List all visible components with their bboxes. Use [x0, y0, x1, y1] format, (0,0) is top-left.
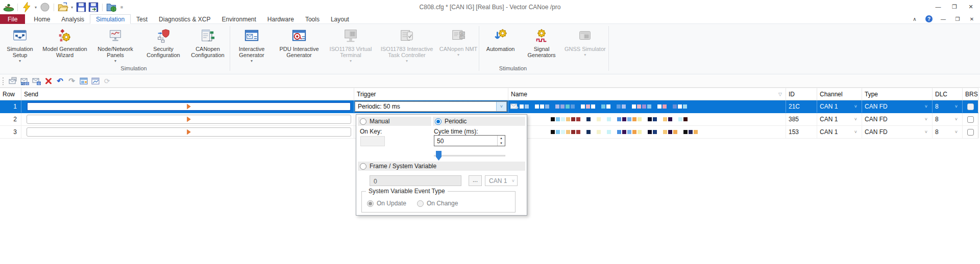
on-change-radio[interactable]: [417, 200, 424, 207]
save-as-icon[interactable]: [88, 2, 99, 12]
popup-channel-select[interactable]: CAN 1 ˅: [485, 175, 518, 186]
slider-track[interactable]: [434, 155, 505, 156]
tab-home[interactable]: Home: [28, 14, 56, 24]
dropdown-caret-icon[interactable]: ▾: [69, 5, 75, 10]
save-configuration-icon[interactable]: [76, 2, 87, 12]
column-header-row[interactable]: Row: [0, 88, 21, 100]
column-header-type[interactable]: Type: [862, 88, 933, 100]
column-header-channel[interactable]: Channel: [817, 88, 862, 100]
sample-configurations-icon[interactable]: [106, 2, 117, 12]
channel-cell[interactable]: CAN 1˅: [817, 100, 862, 113]
collapse-ribbon-icon[interactable]: ∧: [908, 14, 922, 23]
filter-icon[interactable]: ▽: [778, 92, 782, 97]
send-button[interactable]: [27, 115, 351, 124]
tab-analysis[interactable]: Analysis: [56, 14, 90, 24]
redo-icon[interactable]: ↷: [66, 76, 78, 87]
chevron-down-icon[interactable]: ˅: [925, 129, 927, 135]
minimize-button[interactable]: —: [930, 1, 946, 12]
slider-handle[interactable]: [436, 151, 442, 161]
id-cell[interactable]: 153: [786, 126, 817, 138]
tab-diagnostics-xcp[interactable]: Diagnostics & XCP: [153, 14, 216, 24]
pdu-interactive-generator-button[interactable]: PDU Interactive Generator: [273, 25, 326, 65]
manual-option[interactable]: Manual: [358, 117, 431, 126]
tab-file[interactable]: File: [0, 14, 25, 24]
chevron-down-icon[interactable]: ˅: [854, 104, 857, 109]
type-cell[interactable]: CAN FD˅: [862, 100, 933, 113]
tab-hardware[interactable]: Hardware: [262, 14, 300, 24]
type-cell[interactable]: CAN FD˅: [862, 126, 933, 138]
on-key-input[interactable]: [360, 136, 385, 146]
chevron-down-icon[interactable]: ˅: [854, 117, 857, 122]
browse-button[interactable]: ...: [469, 175, 482, 186]
send-button[interactable]: [27, 102, 351, 111]
column-header-id[interactable]: ID: [786, 88, 817, 100]
open-configuration-icon[interactable]: [57, 2, 68, 12]
cycle-time-spinner[interactable]: 50 ▲ ▼: [434, 135, 505, 146]
brs-checkbox[interactable]: [967, 103, 974, 110]
name-cell[interactable]: [508, 100, 786, 113]
insert-frame-icon[interactable]: [7, 76, 19, 87]
id-cell[interactable]: 21C: [786, 100, 817, 113]
frame-sysvar-option[interactable]: Frame / System Variable: [358, 162, 525, 171]
restore-button[interactable]: ❐: [946, 1, 963, 12]
doc-close-button[interactable]: ✕: [965, 14, 979, 23]
manual-radio[interactable]: [360, 118, 366, 125]
brs-checkbox[interactable]: [967, 129, 974, 136]
row-number-cell[interactable]: 3: [0, 126, 21, 138]
close-button[interactable]: ✕: [963, 1, 979, 12]
help-icon[interactable]: ?: [922, 14, 936, 23]
tab-test[interactable]: Test: [131, 14, 153, 24]
undo-icon[interactable]: ↶: [54, 76, 66, 87]
dlc-cell[interactable]: 8˅: [933, 100, 963, 113]
tab-simulation[interactable]: Simulation: [90, 14, 131, 24]
model-generation-wizard-button[interactable]: Model Generation Wizard: [40, 25, 90, 65]
node-network-panels-button[interactable]: Node/Network Panels▾: [90, 25, 141, 65]
column-header-send[interactable]: Send: [21, 88, 354, 100]
id-cell[interactable]: 385: [786, 113, 817, 125]
cycle-time-value[interactable]: 50: [434, 136, 497, 146]
type-cell[interactable]: CAN FD˅: [862, 113, 933, 125]
channel-cell[interactable]: CAN 1˅: [817, 126, 862, 138]
trigger-cell[interactable]: Periodic: 50 ms˅: [354, 100, 508, 113]
cycle-time-slider[interactable]: [434, 151, 505, 161]
name-cell[interactable]: [508, 113, 786, 125]
online-mode-icon[interactable]: [3, 2, 14, 12]
dlc-cell[interactable]: 8˅: [933, 126, 963, 138]
chevron-down-icon[interactable]: ˅: [955, 129, 958, 135]
insert-id-frame-icon[interactable]: ID: [31, 76, 42, 87]
qat-overflow-icon[interactable]: ≡: [118, 5, 125, 10]
canopen-configuration-button[interactable]: CANopen Configuration: [186, 25, 230, 65]
chevron-down-icon[interactable]: ˅: [955, 117, 958, 122]
automation-button[interactable]: Automation: [480, 25, 521, 65]
security-configuration-button[interactable]: Security Configuration: [141, 25, 186, 65]
brs-checkbox[interactable]: [967, 116, 974, 123]
on-change-option[interactable]: On Change: [417, 200, 458, 207]
toolbar-grip[interactable]: [3, 77, 5, 85]
tab-tools[interactable]: Tools: [300, 14, 325, 24]
tab-layout[interactable]: Layout: [325, 14, 355, 24]
doc-minimize-button[interactable]: —: [936, 14, 950, 23]
column-header-name[interactable]: Name▽: [508, 88, 786, 100]
delete-frame-icon[interactable]: [42, 76, 54, 87]
trigger-combobox[interactable]: Periodic: 50 ms˅: [355, 101, 507, 112]
simulation-setup-button[interactable]: Simulation Setup▾: [0, 25, 40, 65]
chevron-down-icon[interactable]: ˅: [854, 129, 857, 135]
signal-generators-button[interactable]: Signal Generators: [521, 25, 561, 65]
send-button[interactable]: [27, 127, 351, 137]
spin-up-icon[interactable]: ▲: [498, 136, 505, 141]
row-number-cell[interactable]: 1: [0, 100, 21, 113]
chevron-down-icon[interactable]: ˅: [925, 117, 927, 122]
on-update-radio[interactable]: [367, 200, 374, 207]
start-measurement-icon[interactable]: [21, 2, 32, 12]
spin-down-icon[interactable]: ▼: [498, 141, 505, 146]
frame-id-input[interactable]: 0: [370, 175, 461, 186]
tab-environment[interactable]: Environment: [216, 14, 261, 24]
chevron-down-icon[interactable]: ˅: [955, 104, 958, 109]
combo-dropdown-icon[interactable]: ˅: [496, 102, 506, 111]
frame-sysvar-radio[interactable]: [360, 163, 366, 170]
column-header-dlc[interactable]: DLC: [933, 88, 963, 100]
insert-canfd-frame-icon[interactable]: FDID: [19, 76, 31, 87]
name-cell[interactable]: [508, 126, 786, 138]
chevron-down-icon[interactable]: ˅: [925, 104, 927, 109]
periodic-radio[interactable]: [435, 118, 442, 125]
